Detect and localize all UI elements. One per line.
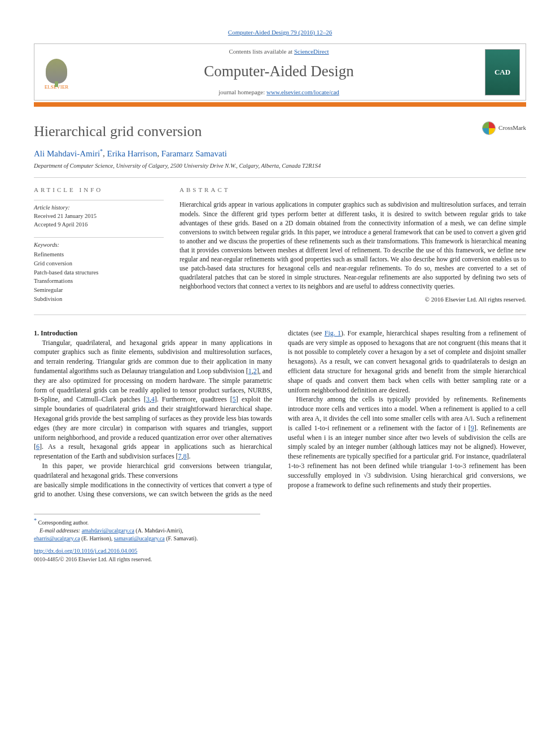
body-paragraph: In this paper, we provide hierarchical g… — [34, 461, 272, 480]
rights-line: 0010-4485/© 2016 Elsevier Ltd. All right… — [34, 556, 526, 563]
received-date: Received 21 January 2015 — [34, 213, 97, 219]
email-link[interactable]: amahdavi@ucalgary.ca — [82, 527, 134, 534]
keyword: Semiregular — [34, 286, 164, 295]
journal-cover-thumb: CAD — [485, 49, 520, 95]
corr-author-note: Corresponding author. — [38, 519, 89, 526]
footnotes: * Corresponding author. E-mail addresses… — [34, 514, 260, 543]
author-1[interactable]: Ali Mahdavi-Amiri — [34, 149, 100, 158]
crossmark-label: CrossMark — [498, 124, 526, 132]
corr-marker: * — [34, 517, 37, 523]
crossmark-icon — [482, 121, 496, 135]
body-columns: 1. Introduction Triangular, quadrilatera… — [34, 329, 526, 499]
keyword: Subdivision — [34, 295, 164, 304]
doi-block: http://dx.doi.org/10.1016/j.cad.2016.04.… — [34, 547, 526, 563]
keywords-label: Keywords: — [34, 241, 164, 250]
authors-line: Ali Mahdavi-Amiri*, Erika Harrison, Fara… — [34, 147, 526, 160]
cover-label: CAD — [495, 67, 510, 77]
sciencedirect-link[interactable]: ScienceDirect — [294, 48, 329, 55]
figure-link[interactable]: Fig. 1 — [325, 329, 341, 337]
article-title: Hierarchical grid conversion — [34, 121, 202, 142]
body-paragraph: Triangular, quadrilateral, and hexagonal… — [34, 338, 272, 461]
doi-link[interactable]: http://dx.doi.org/10.1016/j.cad.2016.04.… — [34, 548, 137, 554]
journal-header: ELSEVIER Contents lists available at Sci… — [34, 43, 526, 101]
divider — [34, 177, 526, 178]
author-3[interactable]: Faramarz Samavati — [161, 149, 227, 158]
section-heading: 1. Introduction — [34, 329, 272, 338]
accepted-date: Accepted 9 April 2016 — [34, 221, 88, 228]
abstract-pane: ABSTRACT Hierarchical grids appear in va… — [180, 186, 526, 304]
divider-bar — [34, 102, 526, 107]
article-info-heading: ARTICLE INFO — [34, 186, 164, 194]
emails-label: E-mail addresses: — [40, 527, 80, 534]
keyword: Grid conversion — [34, 259, 164, 268]
email-link[interactable]: samavati@ucalgary.ca — [114, 535, 165, 541]
keyword: Transformations — [34, 277, 164, 286]
contents-line: Contents lists available at ScienceDirec… — [73, 47, 485, 56]
crossmark-badge[interactable]: CrossMark — [482, 121, 526, 135]
top-citation: Computer-Aided Design 79 (2016) 12–26 — [34, 28, 526, 37]
homepage-line: journal homepage: www.elsevier.com/locat… — [73, 88, 485, 97]
abstract-heading: ABSTRACT — [180, 186, 526, 194]
homepage-pre: journal homepage: — [218, 89, 266, 95]
contents-pre: Contents lists available at — [229, 48, 294, 55]
history-label: Article history: — [34, 204, 70, 211]
affiliation: Department of Computer Science, Universi… — [34, 162, 526, 171]
publisher-logo: ELSEVIER — [40, 54, 73, 91]
email-link[interactable]: eharris@ucalgary.ca — [34, 535, 80, 541]
body-paragraph: Hierarchy among the cells is typically p… — [288, 395, 526, 490]
journal-name: Computer-Aided Design — [73, 61, 485, 82]
elsevier-tree-icon — [46, 59, 67, 84]
divider — [34, 314, 526, 315]
keyword: Patch-based data structures — [34, 268, 164, 277]
article-info-pane: ARTICLE INFO Article history: Received 2… — [34, 186, 164, 304]
top-citation-link[interactable]: Computer-Aided Design 79 (2016) 12–26 — [228, 29, 332, 36]
author-2[interactable]: Erika Harrison — [107, 149, 158, 158]
keyword: Refinements — [34, 250, 164, 259]
abstract-body: Hierarchical grids appear in various app… — [180, 200, 526, 291]
abstract-copyright: © 2016 Elsevier Ltd. All rights reserved… — [180, 295, 526, 304]
homepage-link[interactable]: www.elsevier.com/locate/cad — [266, 89, 339, 95]
